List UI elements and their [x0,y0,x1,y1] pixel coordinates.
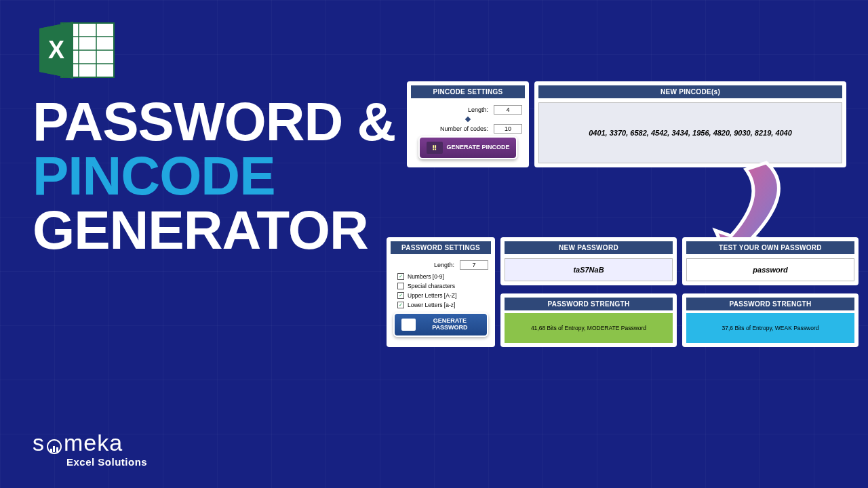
brand-subtitle: Excel Solutions [66,456,147,468]
test-password-card: TEST YOUR OWN PASSWORD password [682,237,859,285]
new-password-strength-value: 41,68 Bits of Entropy, MODERATE Password [505,313,673,343]
opt-special-label: Special characters [408,283,455,289]
password-button-icon: ⁂ [401,319,416,331]
opt-lower-label: Lower Letters [a-z] [408,302,455,308]
new-password-header: NEW PASSWORD [505,241,673,254]
opt-numbers-label: Numbers [0-9] [408,273,444,280]
pincode-count-label: Number of codes: [414,125,494,132]
pincode-settings-card: PINCODE SETTINGS Length: 4 Number of cod… [407,81,529,167]
checkbox-lower[interactable]: ✓ [397,302,404,308]
password-panel: PASSWORD SETTINGS Length: 7 ✓Numbers [0-… [387,237,859,347]
test-password-strength-card: PASSWORD STRENGTH 37,6 Bits of Entropy, … [682,293,859,347]
checkbox-special[interactable] [397,283,404,289]
test-password-header: TEST YOUR OWN PASSWORD [686,241,854,254]
title-line-2: PINCODE [33,149,395,203]
generate-password-button[interactable]: ⁂ GENERATE PASSWORD [393,312,488,337]
diamond-icon [465,117,471,122]
main-title: PASSWORD & PINCODE GENERATOR [33,95,395,258]
new-password-strength-header: PASSWORD STRENGTH [505,298,673,310]
pincode-length-label: Length: [414,106,494,113]
title-line-1: PASSWORD & [33,95,395,149]
checkbox-upper[interactable]: ✓ [397,292,404,299]
test-password-input[interactable]: password [686,258,854,281]
password-length-label: Length: [393,262,460,268]
pincode-count-input[interactable]: 10 [494,124,522,134]
pincode-output-card: NEW PINCODE(s) 0401, 3370, 6582, 4542, 3… [534,81,846,167]
test-password-strength-header: PASSWORD STRENGTH [686,298,854,310]
opt-upper-label: Upper Letters [A-Z] [408,292,456,299]
excel-icon: X [33,16,121,84]
new-password-card: NEW PASSWORD taS7NaB [500,237,677,285]
new-password-value: taS7NaB [505,258,673,281]
new-password-strength-card: PASSWORD STRENGTH 41,68 Bits of Entropy,… [500,293,677,347]
pincode-settings-header: PINCODE SETTINGS [411,85,525,98]
pincode-button-icon: ⠿ [427,142,443,154]
brand-name-pre: s [33,430,45,456]
password-settings-header: PASSWORD SETTINGS [391,241,491,254]
brand-name-post: meka [64,430,123,456]
generate-pincode-button[interactable]: ⠿ GENERATE PINCODE [418,136,518,159]
password-settings-card: PASSWORD SETTINGS Length: 7 ✓Numbers [0-… [387,237,495,347]
brand-o-icon [47,439,62,454]
generate-password-label: GENERATE PASSWORD [420,318,480,331]
generate-pincode-label: GENERATE PINCODE [447,144,510,151]
pincode-output-value: 0401, 3370, 6582, 4542, 3434, 1956, 4820… [538,102,842,163]
brand-logo: s meka Excel Solutions [33,430,147,468]
test-password-strength-value: 37,6 Bits of Entropy, WEAK Password [686,313,854,343]
svg-text:X: X [48,36,64,64]
title-line-3: GENERATOR [33,203,395,258]
password-length-input[interactable]: 7 [460,260,488,270]
pincode-panel: PINCODE SETTINGS Length: 4 Number of cod… [407,81,846,167]
pincode-length-input[interactable]: 4 [494,105,522,115]
checkbox-numbers[interactable]: ✓ [397,273,404,280]
pincode-output-header: NEW PINCODE(s) [538,85,842,98]
